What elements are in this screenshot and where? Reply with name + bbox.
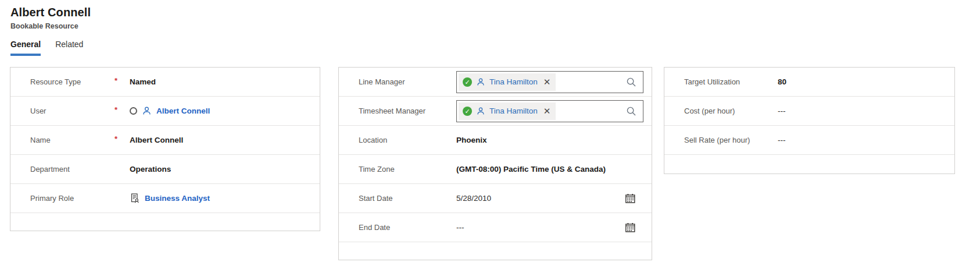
bookable-resource-form: Albert Connell Bookable Resource General… — [0, 0, 980, 269]
primary-role-link[interactable]: Business Analyst — [145, 194, 210, 203]
general-info-section: Resource Type* Named User* Albert Connel… — [10, 67, 320, 231]
user-icon — [142, 106, 152, 116]
rates-section: Target Utilization 80 Cost (per hour) --… — [664, 67, 955, 174]
field-row-cost-per-hour: Cost (per hour) --- — [664, 97, 954, 126]
start-date-field: 5/28/2010 — [456, 193, 643, 204]
form-tabs: General Related — [10, 40, 83, 56]
start-date-value[interactable]: 5/28/2010 — [456, 194, 491, 203]
selected-record-name[interactable]: Tina Hamilton — [489, 77, 538, 86]
user-icon — [476, 107, 485, 116]
end-date-value[interactable]: --- — [456, 223, 464, 232]
required-marker: * — [115, 76, 117, 85]
required-marker: * — [115, 105, 117, 114]
selected-record-pill: ✓ Tina Hamilton ✕ — [459, 73, 556, 91]
close-icon[interactable]: ✕ — [543, 77, 551, 87]
calendar-icon[interactable] — [625, 222, 636, 233]
field-label: User* — [30, 107, 130, 115]
search-icon[interactable] — [625, 76, 637, 88]
user-icon — [476, 77, 485, 87]
field-row-department: Department Operations — [10, 155, 320, 184]
field-row-user: User* Albert Connell — [10, 97, 320, 126]
cost-per-hour-value[interactable]: --- — [778, 107, 786, 115]
field-row-sell-rate: Sell Rate (per hour) --- — [664, 126, 954, 155]
field-label: Target Utilization — [684, 77, 778, 86]
search-icon[interactable] — [625, 105, 637, 117]
user-lookup-value: Albert Connell — [130, 106, 210, 116]
field-row-timesheet-manager: Timesheet Manager ✓ Tina Hamilton ✕ — [339, 97, 652, 126]
field-label: Start Date — [359, 194, 456, 203]
field-label: Line Manager — [359, 77, 456, 86]
field-row-primary-role: Primary Role Business Analyst — [10, 184, 320, 213]
field-label: Time Zone — [359, 165, 456, 174]
end-date-field: --- — [456, 222, 643, 233]
field-row-name: Name* Albert Connell — [10, 126, 320, 155]
target-utilization-value[interactable]: 80 — [778, 77, 786, 86]
location-value[interactable]: Phoenix — [456, 136, 487, 144]
sell-rate-value[interactable]: --- — [778, 136, 786, 144]
field-row-target-utilization: Target Utilization 80 — [664, 68, 954, 97]
field-label: Name* — [30, 136, 130, 144]
field-label: Location — [359, 136, 456, 144]
user-link[interactable]: Albert Connell — [156, 107, 210, 115]
field-label: End Date — [359, 223, 456, 232]
name-value[interactable]: Albert Connell — [130, 136, 183, 144]
line-manager-lookup[interactable]: ✓ Tina Hamilton ✕ — [456, 71, 643, 93]
field-label: Primary Role — [30, 194, 130, 203]
close-icon[interactable]: ✕ — [543, 106, 551, 116]
field-label: Timesheet Manager — [359, 107, 456, 115]
timesheet-manager-lookup[interactable]: ✓ Tina Hamilton ✕ — [456, 100, 643, 122]
field-row-end-date: End Date --- — [339, 213, 652, 242]
entity-type-label: Bookable Resource — [10, 22, 91, 30]
primary-role-value: Business Analyst — [130, 193, 210, 204]
calendar-icon[interactable] — [625, 193, 636, 204]
required-marker: * — [115, 134, 117, 143]
tab-related[interactable]: Related — [55, 40, 83, 56]
page-title: Albert Connell — [10, 6, 91, 19]
field-row-start-date: Start Date 5/28/2010 — [339, 184, 652, 213]
time-zone-value[interactable]: (GMT-08:00) Pacific Time (US & Canada) — [456, 165, 606, 174]
field-row-line-manager: Line Manager ✓ Tina Hamilton ✕ — [339, 68, 652, 97]
field-label: Resource Type* — [30, 77, 130, 86]
record-header: Albert Connell Bookable Resource — [10, 6, 91, 30]
available-status-icon: ✓ — [463, 77, 472, 87]
department-value[interactable]: Operations — [130, 165, 171, 174]
field-row-resource-type: Resource Type* Named — [10, 68, 320, 97]
role-icon — [130, 193, 140, 204]
field-row-location: Location Phoenix — [339, 126, 652, 155]
field-label: Cost (per hour) — [684, 107, 778, 115]
presence-status-icon — [130, 107, 137, 115]
resource-type-value[interactable]: Named — [130, 77, 156, 86]
management-section: Line Manager ✓ Tina Hamilton ✕ Timesheet… — [338, 67, 652, 260]
selected-record-pill: ✓ Tina Hamilton ✕ — [459, 102, 556, 120]
selected-record-name[interactable]: Tina Hamilton — [489, 107, 538, 115]
field-label: Department — [30, 165, 130, 174]
field-row-time-zone: Time Zone (GMT-08:00) Pacific Time (US &… — [339, 155, 652, 184]
available-status-icon: ✓ — [463, 107, 472, 116]
field-label: Sell Rate (per hour) — [684, 136, 778, 144]
tab-general[interactable]: General — [10, 40, 41, 56]
